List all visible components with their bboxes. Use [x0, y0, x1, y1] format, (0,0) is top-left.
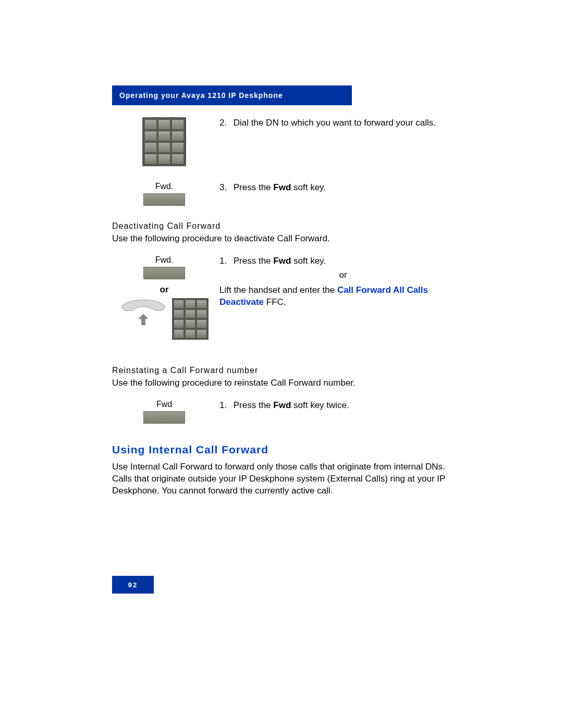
step-3-text: 3. Press the Fwd soft key. — [216, 182, 446, 194]
content-area: 2. Dial the DN to which you want to forw… — [112, 117, 446, 508]
handset-icon — [120, 298, 167, 329]
keypad-icon — [172, 298, 209, 340]
reinst-fwd-label: Fwd — [112, 400, 216, 409]
deactivate-intro: Use the following procedure to deactivat… — [112, 233, 446, 245]
reinstate-intro: Use the following procedure to reinstate… — [112, 377, 446, 389]
reinstate-heading: Reinstating a Call Forward number — [112, 366, 446, 375]
fwd-label: Fwd. — [112, 182, 216, 191]
header-bar: Operating your Avaya 1210 IP Deskphone — [112, 85, 352, 105]
reinst-s1-pre: Press the — [234, 400, 274, 410]
softkey-icon — [143, 193, 185, 206]
deact-step-num: 1. — [219, 255, 231, 267]
page: Operating your Avaya 1210 IP Deskphone 2… — [0, 0, 563, 728]
or-label: or — [112, 285, 216, 295]
step-3-icon-col: Fwd. — [112, 182, 216, 206]
deact-s1b-pre: Lift the handset and enter the — [219, 285, 337, 295]
deact-s1-bold: Fwd — [273, 256, 291, 266]
step-3-pre: Press the — [234, 182, 274, 192]
softkey-icon — [143, 267, 185, 279]
deact-s1b-post: FFC. — [264, 297, 286, 307]
deact-step-row: Fwd. or — [112, 255, 446, 340]
reinst-step-num: 1. — [219, 400, 231, 412]
softkey-icon — [143, 411, 185, 424]
keypad-icon — [142, 117, 186, 166]
step-2-number: 2. — [219, 117, 231, 129]
deact-fwd-label: Fwd. — [112, 255, 216, 265]
step-2-text: 2. Dial the DN to which you want to forw… — [216, 117, 446, 129]
step-2-row: 2. Dial the DN to which you want to forw… — [112, 117, 446, 166]
reinst-text-col: 1. Press the Fwd soft key twice. — [216, 400, 446, 412]
step-3-number: 3. — [219, 182, 231, 194]
or-text: or — [240, 269, 446, 281]
step-3-post: soft key. — [291, 182, 326, 192]
reinst-step-row: Fwd 1. Press the Fwd soft key twice. — [112, 400, 446, 424]
deact-s1-post: soft key. — [291, 256, 326, 266]
step-3-row: Fwd. 3. Press the Fwd soft key. — [112, 182, 446, 206]
reinst-s1-post: soft key twice. — [291, 400, 349, 410]
reinst-s1-bold: Fwd — [273, 400, 291, 410]
internal-heading: Using Internal Call Forward — [112, 443, 446, 456]
deact-s1-pre: Press the — [234, 256, 274, 266]
footer-page-bar: 92 — [112, 576, 154, 594]
deact-icon-col: Fwd. or — [112, 255, 216, 340]
page-number: 92 — [128, 581, 138, 589]
step-2-body: Dial the DN to which you want to forward… — [234, 118, 436, 128]
internal-body: Use Internal Call Forward to forward onl… — [112, 461, 446, 497]
deact-text-col: 1. Press the Fwd soft key. or Lift the h… — [216, 255, 446, 309]
handset-keypad-row — [112, 298, 216, 340]
step-3-bold: Fwd — [273, 182, 291, 192]
keypad-icon-col — [112, 117, 216, 166]
reinst-icon-col: Fwd — [112, 400, 216, 424]
deactivate-heading: Deactivating Call Forward — [112, 221, 446, 231]
header-title: Operating your Avaya 1210 IP Deskphone — [119, 91, 283, 100]
